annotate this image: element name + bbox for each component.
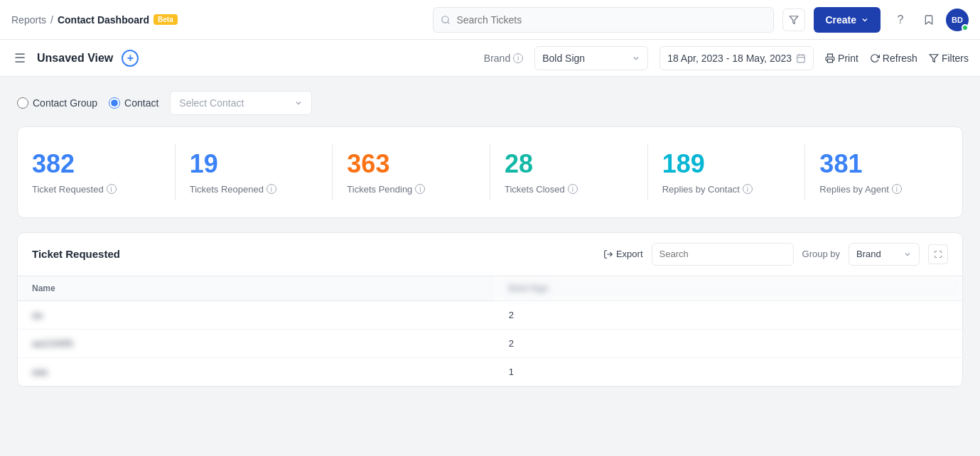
svg-rect-6 bbox=[828, 59, 833, 63]
row-brand-count: 1 bbox=[495, 357, 962, 386]
stat-replies-agent: 381 Replies by Agent i bbox=[805, 144, 948, 200]
search-input[interactable] bbox=[456, 14, 766, 26]
contact-group-option[interactable]: Contact Group bbox=[17, 97, 97, 109]
contact-option[interactable]: Contact bbox=[109, 97, 158, 109]
select-contact-dropdown[interactable]: Select Contact bbox=[170, 91, 312, 115]
brand-chevron-icon bbox=[632, 54, 640, 63]
stat-tickets-reopened: 19 Tickets Reopened i bbox=[176, 144, 333, 200]
table-title: Ticket Requested bbox=[32, 248, 120, 260]
stat-info-icon-4[interactable]: i bbox=[743, 184, 753, 194]
stat-tickets-pending: 363 Tickets Pending i bbox=[333, 144, 490, 200]
stat-value-tickets-closed: 28 bbox=[505, 150, 633, 178]
contact-radio[interactable] bbox=[109, 97, 120, 109]
breadcrumb: Reports / Contact Dashboard Beta bbox=[11, 14, 178, 26]
navbar-actions: ? BD bbox=[889, 9, 969, 31]
brand-info-icon[interactable]: i bbox=[513, 53, 523, 63]
stat-value-replies-contact: 189 bbox=[662, 150, 791, 178]
brand-label: Brand i bbox=[484, 53, 523, 64]
row-brand-count: 2 bbox=[495, 300, 962, 329]
stat-label-ticket-requested: Ticket Requested i bbox=[32, 184, 161, 195]
create-button[interactable]: Create bbox=[814, 7, 881, 33]
chevron-down-icon bbox=[861, 16, 869, 24]
svg-marker-1 bbox=[790, 16, 799, 23]
calendar-icon bbox=[796, 53, 806, 63]
group-by-select[interactable]: Brand bbox=[849, 243, 920, 266]
search-icon bbox=[441, 15, 451, 25]
svg-marker-7 bbox=[930, 54, 938, 62]
toolbar: ☰ Unsaved View + Brand i Bold Sign 18 Ap… bbox=[0, 40, 980, 77]
stat-info-icon-1[interactable]: i bbox=[266, 184, 276, 194]
contact-group-radio[interactable] bbox=[17, 97, 28, 109]
stat-label-tickets-closed: Tickets Closed i bbox=[505, 184, 633, 195]
bookmark-icon-btn[interactable] bbox=[917, 9, 940, 31]
table-row: aa123455 2 bbox=[18, 329, 962, 357]
stat-ticket-requested: 382 Ticket Requested i bbox=[32, 144, 176, 200]
brand-select[interactable]: Bold Sign bbox=[534, 46, 648, 70]
filter-icon bbox=[929, 53, 939, 63]
group-by-chevron-icon bbox=[903, 250, 912, 259]
svg-rect-2 bbox=[797, 55, 805, 63]
filter-icon-btn[interactable] bbox=[782, 9, 805, 31]
table-scroll-area[interactable]: Name Bold Sign aa 2 aa123455 2 aaa bbox=[18, 276, 962, 386]
date-picker[interactable]: 18 Apr, 2023 - 18 May, 2023 bbox=[659, 46, 814, 70]
page-title: Contact Dashboard bbox=[58, 14, 149, 26]
select-contact-chevron-icon bbox=[294, 99, 303, 107]
stat-label-replies-agent: Replies by Agent i bbox=[819, 184, 948, 195]
stat-value-ticket-requested: 382 bbox=[32, 150, 161, 178]
expand-button[interactable] bbox=[928, 244, 948, 264]
row-name: aa bbox=[18, 300, 495, 329]
row-name: aa123455 bbox=[18, 329, 495, 357]
main-content: Contact Group Contact Select Contact 382… bbox=[0, 77, 980, 401]
beta-badge: Beta bbox=[154, 14, 178, 25]
stat-label-tickets-reopened: Tickets Reopened i bbox=[190, 184, 318, 195]
export-button[interactable]: Export bbox=[603, 249, 643, 259]
column-brand: Bold Sign bbox=[495, 276, 962, 301]
avatar[interactable]: BD bbox=[946, 9, 969, 31]
navbar: Reports / Contact Dashboard Beta Create … bbox=[0, 0, 980, 40]
table-row: aaa 1 bbox=[18, 357, 962, 386]
data-table: Name Bold Sign aa 2 aa123455 2 aaa bbox=[18, 276, 962, 386]
table-header: Ticket Requested Export Group by Brand bbox=[18, 233, 962, 276]
help-icon-btn[interactable]: ? bbox=[889, 9, 912, 31]
column-name: Name bbox=[18, 276, 495, 301]
stat-replies-contact: 189 Replies by Contact i bbox=[648, 144, 806, 200]
stat-label-tickets-pending: Tickets Pending i bbox=[347, 184, 475, 195]
breadcrumb-separator: / bbox=[50, 14, 53, 26]
stat-value-replies-agent: 381 bbox=[819, 150, 948, 178]
table-search-input[interactable] bbox=[652, 243, 794, 266]
print-button[interactable]: Print bbox=[825, 53, 858, 64]
table-card: Ticket Requested Export Group by Brand bbox=[17, 232, 963, 387]
row-name: aaa bbox=[18, 357, 495, 386]
table-row: aa 2 bbox=[18, 300, 962, 329]
reports-link[interactable]: Reports bbox=[11, 14, 46, 26]
stats-card: 382 Ticket Requested i 19 Tickets Reopen… bbox=[17, 126, 963, 218]
refresh-button[interactable]: Refresh bbox=[870, 53, 917, 64]
filters-button[interactable]: Filters bbox=[929, 53, 969, 64]
group-by-label: Group by bbox=[802, 249, 840, 259]
search-container bbox=[433, 7, 774, 33]
refresh-icon bbox=[870, 53, 880, 63]
row-brand-count: 2 bbox=[495, 329, 962, 357]
stat-info-icon-5[interactable]: i bbox=[892, 184, 902, 194]
stat-tickets-closed: 28 Tickets Closed i bbox=[490, 144, 648, 200]
add-view-button[interactable]: + bbox=[122, 50, 139, 67]
print-icon bbox=[825, 53, 835, 63]
avatar-status bbox=[962, 24, 969, 31]
contact-selector: Contact Group Contact Select Contact bbox=[17, 91, 963, 115]
hamburger-button[interactable]: ☰ bbox=[11, 48, 28, 69]
stat-label-replies-contact: Replies by Contact i bbox=[662, 184, 791, 195]
stat-info-icon-0[interactable]: i bbox=[107, 184, 117, 194]
export-icon bbox=[603, 249, 613, 259]
svg-point-0 bbox=[442, 16, 448, 22]
stat-value-tickets-pending: 363 bbox=[347, 150, 475, 178]
stat-value-tickets-reopened: 19 bbox=[190, 150, 318, 178]
expand-icon bbox=[934, 250, 942, 259]
stat-info-icon-2[interactable]: i bbox=[415, 184, 425, 194]
unsaved-view-label: Unsaved View bbox=[37, 52, 113, 65]
stat-info-icon-3[interactable]: i bbox=[568, 184, 578, 194]
toolbar-right: Brand i Bold Sign 18 Apr, 2023 - 18 May,… bbox=[484, 46, 969, 70]
